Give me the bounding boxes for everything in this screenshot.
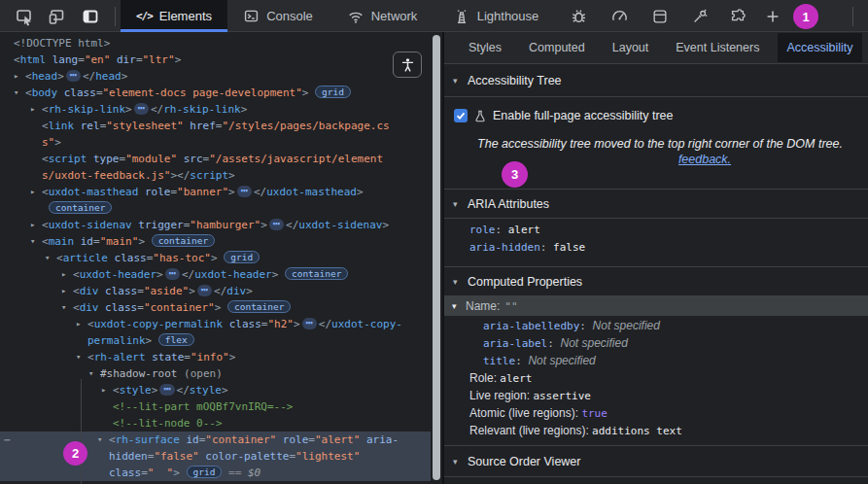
add-panel-icon[interactable] [758,2,787,30]
dom-node-line[interactable]: ▾<div class="container"> container [0,299,431,316]
expand-arrow-icon[interactable]: ▸ [76,316,81,332]
devtools-toolbar: </> Elements Console Network [0,0,868,32]
collapse-arrow-icon[interactable]: ▾ [30,233,35,250]
dom-node-line[interactable]: container [0,200,431,217]
expand-inline-icon[interactable]: ⋯ [159,384,174,396]
section-header-accessibility-tree[interactable]: ▾ Accessibility Tree [444,64,868,97]
expand-inline-icon[interactable]: ⋯ [269,219,284,230]
adorner-badge-grid[interactable]: grid [315,86,351,98]
tab-layout[interactable]: Layout [604,33,658,62]
dom-node-line[interactable]: s/uxdot-feedback.js"></script> [0,167,431,184]
tab-event-listeners[interactable]: Event Listeners [667,33,768,62]
adorner-badge-grid[interactable]: grid [187,466,223,478]
annotation-badge-1: 1 [793,4,818,29]
expand-arrow-icon[interactable]: ▸ [101,382,106,398]
lighthouse-icon [453,8,470,25]
bug-icon[interactable] [564,2,593,30]
dom-node-line[interactable]: class=" "> grid == $0 [0,465,431,481]
dom-node-line[interactable]: <html lang="en" dir="ltr"> [0,52,431,68]
dom-node-line[interactable]: permalink> flex [0,332,431,349]
dom-node-line[interactable]: ▾#shadow-root (open) [0,365,431,382]
collapse-arrow-icon[interactable]: ▾ [97,432,102,448]
dom-node-line[interactable]: s"> [0,134,431,151]
chevron-down-icon: ▾ [453,199,458,209]
inspect-icon[interactable] [10,2,39,30]
dom-node-line[interactable]: ▸<uxdot-header>⋯</uxdot-header> containe… [0,266,431,283]
tab-elements[interactable]: </> Elements [121,0,227,32]
expand-arrow-icon[interactable]: ▸ [30,217,35,233]
expand-inline-icon[interactable]: ⋯ [197,285,212,296]
puzzle-icon[interactable] [723,2,752,30]
tab-lighthouse[interactable]: Lighthouse [443,0,548,32]
expand-arrow-icon[interactable]: ▸ [61,283,66,299]
tab-styles[interactable]: Styles [460,33,510,62]
scrollbar-thumb[interactable] [433,35,440,480]
dom-scrollbar[interactable] [431,32,442,484]
experiment-flask-icon [473,109,487,123]
dock-side-icon[interactable] [76,2,105,30]
annotation-badge-2: 2 [63,441,87,466]
devtools-window: </> Elements Console Network [0,0,868,484]
device-toolbar-icon[interactable] [42,2,71,30]
expand-inline-icon[interactable]: ⋯ [165,268,180,280]
expand-inline-icon[interactable]: ⋯ [237,186,252,197]
adorner-badge-flex[interactable]: flex [158,333,194,346]
expand-inline-icon[interactable]: ⋯ [302,318,317,329]
collapse-arrow-icon[interactable]: ▾ [45,250,50,266]
dom-node-line[interactable]: <link rel="stylesheet" href="/styles/pag… [0,118,431,134]
dom-node-line[interactable]: ▸<rh-skip-link>⋯</rh-skip-link> [0,101,431,118]
computed-property-row: Live region: assertive [469,387,682,404]
aria-attribute-row: role: alert [469,222,585,239]
computed-property-rows: Role: alertLive region: assertiveAtomic … [469,369,682,439]
expand-arrow-icon[interactable]: ▸ [61,266,66,283]
collapse-arrow-icon[interactable]: ▾ [61,299,66,316]
expand-arrow-icon[interactable]: ▸ [30,184,35,200]
accessibility-tree-button[interactable] [393,52,422,78]
adorner-badge-container[interactable]: container [227,300,291,313]
accessibility-person-icon [399,56,416,73]
section-header-source-order-viewer[interactable]: ▾ Source Order Viewer [444,445,868,477]
feedback-link[interactable]: feedback. [678,153,731,166]
dom-node-line[interactable]: ▸<uxdot-sidenav trigger="hamburger">⋯</u… [0,217,431,233]
tab-console-label: Console [266,9,313,23]
dom-node-line[interactable]: ▸<div class="aside">⋯</div> [0,283,431,299]
dom-node-line[interactable]: <!DOCTYPE html> [0,35,431,52]
performance-gauge-icon[interactable] [605,2,634,30]
dom-node-line[interactable]: ▾<rh-alert state="info"> [0,349,431,365]
tab-network[interactable]: Network [332,0,432,32]
section-header-aria-attributes[interactable]: ▾ ARIA Attributes [444,189,868,219]
collapse-arrow-icon[interactable]: ▾ [76,349,81,365]
expand-arrow-icon[interactable]: ▸ [14,68,18,85]
collapse-arrow-icon[interactable]: ▾ [88,365,93,382]
toolbar-separator [115,7,116,26]
dom-node-line[interactable]: <!--lit-part mOQBf7vnIRQ=--> [0,398,431,415]
expand-inline-icon[interactable]: ⋯ [66,70,81,82]
dom-node-line[interactable]: ▸<uxdot-copy-permalink class="h2">⋯</uxd… [0,316,431,332]
expand-arrow-icon[interactable]: ▸ [30,101,35,118]
tab-computed[interactable]: Computed [520,33,594,62]
dom-node-line[interactable]: <!--lit-node 0--> [0,415,431,432]
adorner-badge-container[interactable]: container [285,267,348,280]
dom-node-line[interactable]: ▾<article class="has-toc"> grid [0,250,431,266]
adorner-badge-container[interactable]: container [49,201,112,214]
dom-node-line[interactable]: ▸<head>⋯</head> [0,68,431,85]
adorner-badge-container[interactable]: container [152,234,215,247]
section-header-computed-properties[interactable]: ▾ Computed Properties [444,266,868,296]
tab-console[interactable]: Console [231,0,325,32]
dom-node-line[interactable]: ▾<main id="main"> container [0,233,431,250]
connector-icon[interactable] [685,2,714,30]
dom-node-line[interactable]: ▾<body class="element-docs page-developm… [0,85,431,101]
node-hover-dots-icon[interactable]: ⋯ [4,432,10,448]
tab-accessibility[interactable]: Accessibility [778,33,861,62]
elements-code-icon: </> [136,10,153,22]
dom-node-line[interactable]: ▸<style>⋯</style> [0,382,431,398]
dom-node-line[interactable]: ▸<uxdot-masthead role="banner">⋯</uxdot-… [0,184,431,200]
collapse-arrow-icon[interactable]: ▾ [14,85,18,101]
dom-node-line[interactable]: <script type="module" src="/assets/javas… [0,151,431,167]
name-source-row: aria-labelledby: Not specified [483,317,660,334]
expand-inline-icon[interactable]: ⋯ [134,103,149,115]
computed-name-row[interactable]: ▾ Name: "" [444,296,868,316]
application-icon[interactable] [645,2,675,30]
enable-a11y-tree-checkbox[interactable] [454,109,468,122]
adorner-badge-grid[interactable]: grid [224,251,260,263]
